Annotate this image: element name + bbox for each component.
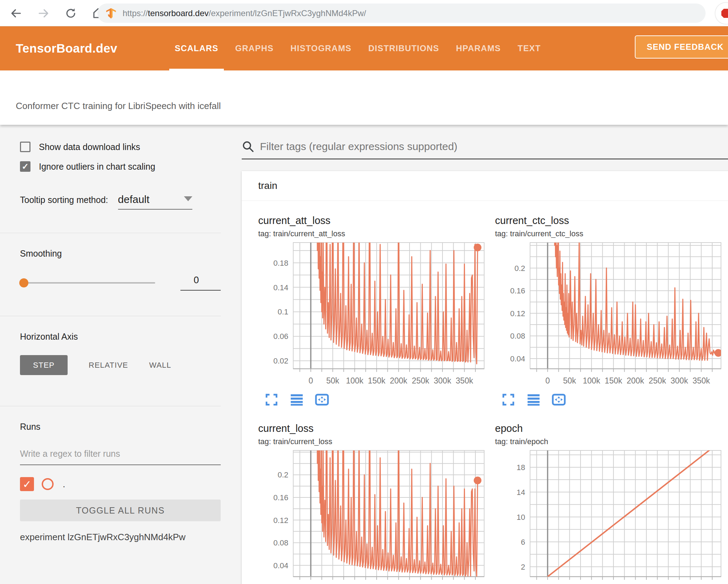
svg-text:0.04: 0.04	[510, 354, 525, 363]
forward-icon[interactable]	[37, 7, 50, 20]
chart-title: epoch	[495, 423, 728, 434]
experiment-title-strip: Conformer CTC training for LibriSpeech w…	[0, 70, 728, 125]
train-card: train current_att_loss tag: train/curren…	[242, 171, 728, 584]
svg-text:100k: 100k	[346, 376, 363, 385]
chart-card-epoch: epoch tag: train/epoch 26101418050k100k1…	[495, 423, 728, 584]
svg-text:2: 2	[521, 563, 525, 571]
send-feedback-button[interactable]: SEND FEEDBACK	[635, 35, 728, 59]
chart-tag: tag: train/epoch	[495, 437, 728, 446]
axis-step-button[interactable]: STEP	[20, 355, 68, 375]
search-icon	[242, 140, 254, 153]
run-row: ✓ .	[20, 477, 221, 491]
browser-chrome: https://tensorboard.dev/experiment/lzGnE…	[0, 0, 728, 26]
tab-hparams[interactable]: HPARAMS	[448, 26, 509, 70]
train-section-header[interactable]: train	[242, 171, 728, 201]
tab-bar: SCALARS GRAPHS HISTOGRAMS DISTRIBUTIONS …	[166, 26, 549, 70]
main-content: Filter tags (regular expressions support…	[242, 125, 728, 584]
axis-relative-button[interactable]: RELATIVE	[89, 361, 128, 370]
horizontal-axis-label: Horizontal Axis	[20, 332, 221, 342]
axis-wall-button[interactable]: WALL	[149, 361, 171, 370]
run-selector-lines-icon[interactable]	[290, 393, 304, 407]
ignore-outliers-label: Ignore outliers in chart scaling	[39, 162, 155, 172]
smoothing-slider-row: 0	[20, 275, 221, 291]
show-download-links-label: Show data download links	[39, 142, 140, 152]
tab-scalars[interactable]: SCALARS	[166, 26, 227, 70]
chart-title: current_ctc_loss	[495, 215, 728, 226]
run-checkbox[interactable]: ✓	[20, 477, 34, 491]
chart-tag: tag: train/current_att_loss	[258, 229, 495, 238]
svg-text:10: 10	[517, 513, 525, 522]
runs-regex-input[interactable]: Write a regex to filter runs	[20, 449, 221, 465]
url-bar[interactable]: https://tensorboard.dev/experiment/lzGnE…	[97, 4, 706, 23]
smoothing-label: Smoothing	[20, 249, 221, 259]
svg-text:300k: 300k	[434, 376, 451, 385]
tooltip-sorting-row: Tooltip sorting method: default	[20, 193, 221, 210]
adblock-extension-icon	[721, 8, 728, 19]
svg-text:0.06: 0.06	[273, 332, 288, 341]
svg-text:100k: 100k	[583, 376, 600, 385]
chart-plot[interactable]: 0.020.060.10.140.18050k100k150k200k250k3…	[258, 240, 495, 391]
svg-text:0.16: 0.16	[273, 493, 288, 502]
run-selector-lines-icon[interactable]	[527, 393, 541, 407]
svg-text:0.16: 0.16	[510, 286, 525, 295]
tab-text[interactable]: TEXT	[509, 26, 549, 70]
svg-text:0.14: 0.14	[273, 283, 288, 292]
chart-card-current-loss: current_loss tag: train/current_loss 0.0…	[258, 423, 495, 584]
fullscreen-icon[interactable]	[501, 393, 515, 407]
show-download-links-row[interactable]: Show data download links	[20, 142, 221, 152]
ignore-outliers-checkbox[interactable]: ✓	[20, 161, 30, 172]
run-color-swatch[interactable]	[42, 478, 54, 490]
filter-tags-input[interactable]: Filter tags (regular expressions support…	[242, 140, 728, 159]
chart-tag: tag: train/current_ctc_loss	[495, 229, 728, 238]
svg-text:300k: 300k	[671, 376, 688, 385]
svg-text:350k: 350k	[693, 376, 710, 385]
svg-text:200k: 200k	[390, 376, 407, 385]
experiment-title: Conformer CTC training for LibriSpeech w…	[16, 101, 221, 111]
tab-graphs[interactable]: GRAPHS	[227, 26, 282, 70]
smoothing-value-input[interactable]: 0	[180, 275, 221, 291]
chart-actions	[501, 393, 728, 407]
horizontal-axis-buttons: STEP RELATIVE WALL	[20, 355, 221, 375]
toggle-all-runs-button[interactable]: TOGGLE ALL RUNS	[20, 500, 221, 521]
svg-text:0.18: 0.18	[273, 259, 288, 267]
svg-text:0.04: 0.04	[273, 561, 288, 570]
tab-distributions[interactable]: DISTRIBUTIONS	[360, 26, 447, 70]
back-icon[interactable]	[10, 7, 22, 20]
svg-text:14: 14	[517, 488, 525, 497]
chart-card-current-att-loss: current_att_loss tag: train/current_att_…	[258, 215, 495, 407]
show-download-links-checkbox[interactable]	[20, 142, 30, 152]
smoothing-slider-thumb[interactable]	[19, 278, 28, 287]
svg-text:18: 18	[517, 463, 525, 472]
url-text: https://tensorboard.dev/experiment/lzGnE…	[123, 8, 366, 18]
chart-tag: tag: train/current_loss	[258, 437, 495, 446]
svg-text:0: 0	[545, 376, 550, 385]
ignore-outliers-row[interactable]: ✓ Ignore outliers in chart scaling	[20, 161, 221, 172]
fit-domain-icon[interactable]	[315, 393, 329, 407]
svg-text:150k: 150k	[605, 376, 622, 385]
chart-card-current-ctc-loss: current_ctc_loss tag: train/current_ctc_…	[495, 215, 728, 407]
extension-button[interactable]	[715, 2, 728, 25]
chart-plot[interactable]: 0.040.080.120.160.2050k100k150k200k250k3…	[495, 240, 728, 391]
app-header: TensorBoard.dev SCALARS GRAPHS HISTOGRAM…	[0, 26, 728, 70]
reload-icon[interactable]	[64, 7, 77, 20]
chart-plot[interactable]: 0.040.080.120.160.2050k100k150k200k250k3…	[258, 448, 495, 584]
svg-text:200k: 200k	[627, 376, 644, 385]
svg-text:250k: 250k	[412, 376, 429, 385]
fullscreen-icon[interactable]	[265, 393, 279, 407]
chart-title: current_loss	[258, 423, 495, 434]
runs-label: Runs	[20, 422, 221, 432]
fit-domain-icon[interactable]	[552, 393, 566, 407]
svg-text:0.1: 0.1	[277, 307, 288, 316]
divider	[0, 406, 221, 406]
svg-text:50k: 50k	[326, 376, 339, 385]
tooltip-sorting-label: Tooltip sorting method:	[20, 195, 108, 205]
tab-histograms[interactable]: HISTOGRAMS	[282, 26, 360, 70]
chart-actions	[265, 393, 495, 407]
svg-text:0.08: 0.08	[510, 332, 525, 340]
tooltip-sorting-select[interactable]: default	[118, 193, 192, 210]
chart-plot[interactable]: 26101418050k100k150k200k250k300k350k	[495, 448, 728, 584]
smoothing-slider[interactable]	[20, 282, 155, 284]
tensorboard-favicon	[105, 7, 117, 19]
svg-text:150k: 150k	[368, 376, 385, 385]
svg-text:250k: 250k	[648, 376, 666, 385]
